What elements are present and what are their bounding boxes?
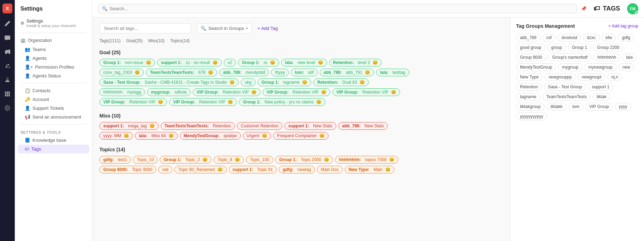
tag-pill[interactable]: Topic_100 (246, 156, 273, 164)
group-tag-pill[interactable]: TeamTestsTeamTests (542, 93, 591, 101)
tag-pill[interactable]: Topic_8 😊 (214, 156, 244, 164)
group-tag-pill[interactable]: tiktak (593, 93, 610, 101)
group-tag-pill[interactable]: VIP Group (585, 103, 613, 110)
sidebar-settings-item[interactable]: ⚙ Settings Install & setup your channels (15, 16, 92, 30)
group-tag-pill[interactable]: support 1 (588, 83, 613, 91)
tag-pill[interactable]: VIP Group: Retention VIP 😊 (332, 88, 400, 96)
tag-pill[interactable]: VIP Group: Retention VIP 😊 (263, 88, 330, 96)
sidebar-item-tags[interactable]: 🏷 Tags (18, 145, 89, 153)
group-tag-pill[interactable]: tom (569, 103, 583, 110)
tag-pill[interactable]: Group 1: non-issue 😊 (99, 59, 155, 66)
tag-pill[interactable]: lala: Miss 84 😊 (135, 132, 178, 140)
group-tag-pill[interactable]: efw (602, 34, 616, 42)
pencil-icon[interactable] (4, 20, 11, 27)
person-icon[interactable] (4, 76, 11, 84)
group-tag-pill[interactable]: yyyy (615, 103, 631, 110)
tag-pill[interactable]: New Type: Main 😊 (345, 166, 394, 173)
tag-pill[interactable]: v2 (224, 59, 236, 66)
group-tag-pill[interactable]: hhhhhhhh (594, 53, 620, 61)
add-tag-button[interactable]: + Add Tag (257, 26, 278, 31)
tag-pill[interactable]: Group 8000: Topic 9000 (99, 166, 156, 173)
group-tag-pill[interactable]: dzxc (583, 34, 600, 42)
users-icon[interactable] (4, 62, 11, 70)
tag-pill[interactable]: Topic 80_Renamed 😊 (174, 166, 227, 173)
tag-pill[interactable]: VIP Group: Retention VIP 😊 (169, 98, 237, 106)
tag-pill[interactable]: Group 1: Topic_2 😊 (160, 156, 211, 164)
tag-pill[interactable]: MendyTestGroup: qwdqw (180, 132, 240, 140)
group-tag-pill[interactable]: newgroupt (578, 73, 605, 81)
sidebar-item-agents[interactable]: 👤 Agents (15, 54, 92, 63)
tag-pill[interactable]: lala: testtag (376, 69, 409, 76)
tag-pill[interactable]: Urgent 😊 (243, 132, 271, 140)
grid-icon[interactable] (4, 90, 11, 98)
group-tag-pill[interactable]: Retention (516, 83, 542, 91)
tag-pill[interactable]: Main Doc (317, 166, 343, 173)
group-tag-pill[interactable]: tiktakk (547, 103, 566, 110)
group-tag-pill[interactable]: yyyyyyyyyyy (516, 113, 547, 120)
sidebar-item-contacts[interactable]: 📋 Contacts (15, 86, 92, 95)
sidebar-item-announcement[interactable]: 📢 Send an announcement (15, 113, 92, 121)
tag-pill[interactable]: mygroup: sdfsds (147, 88, 190, 96)
tag-pill[interactable]: TeamTestsTeamTests: 678 😊 (146, 69, 217, 76)
group-search-dropdown[interactable]: 🔍 Search in Groups ▾ (197, 23, 252, 33)
sidebar-item-knowledge-base[interactable]: 📘 Knowledge base (15, 136, 92, 145)
tag-pill[interactable]: support 1: zz - no result 😊 (157, 59, 222, 66)
group-tag-pill[interactable]: Group 2200 (593, 44, 623, 51)
group-tag-pill[interactable]: dvsdvsd (558, 34, 581, 42)
group-tag-pill[interactable]: tiktakgroup (516, 103, 545, 110)
tag-pill[interactable]: Group 1: Topic 2000 😊 (275, 156, 333, 164)
tag-pill[interactable]: tttyyy (271, 69, 289, 76)
tag-pill[interactable]: Retention: level 2 😊 (329, 59, 382, 66)
avatar[interactable]: FM (627, 3, 638, 14)
group-tag-pill[interactable]: tagname (516, 93, 540, 101)
tag-pill[interactable]: Group 1: New policy - yrs no claims 😊 (239, 98, 325, 106)
tab-filter-tags[interactable]: Tags(1111) (99, 38, 121, 44)
tag-pill[interactable]: Retention: Goal 83 😊 (313, 78, 369, 86)
group-tag-pill[interactable]: Sasa - Test Group (544, 83, 586, 91)
group-tag-pill[interactable]: lala (622, 53, 637, 61)
tag-pill[interactable]: Group 1: re 😊 (238, 59, 279, 66)
tag-pill[interactable]: Sasa - Test Group: Sasha - CMB-41631 - C… (99, 78, 239, 86)
group-tag-pill[interactable]: mygroup (558, 63, 582, 71)
pin-icon[interactable]: 📌 (581, 6, 587, 11)
search-all-tags-input[interactable] (99, 23, 191, 33)
app-logo[interactable]: X (2, 4, 12, 13)
tab-filter-miss[interactable]: Miss(10) (148, 38, 165, 44)
group-tag-pill[interactable]: good group (516, 44, 545, 51)
tag-pill[interactable]: lala: new level 😊 (281, 59, 327, 66)
tag-pill[interactable]: Topic_10 (133, 156, 158, 164)
tag-pill[interactable]: support 1: New Stats (284, 122, 336, 130)
sidebar-item-support-tickets[interactable]: 👤 Support Tickets (15, 104, 92, 113)
tag-pill[interactable]: support 1: mega_tag 😊 (99, 122, 159, 130)
tab-filter-goal[interactable]: Goal(25) (126, 38, 143, 44)
group-tag-pill[interactable]: Group's namesfsdf (548, 53, 591, 61)
tag-pill[interactable]: TeamTestsTeamTests: Retention (161, 122, 235, 130)
tab-filter-topics[interactable]: Topics(14) (170, 38, 190, 44)
tag-pill[interactable]: gdfg: newtag (279, 166, 315, 173)
sidebar-item-account[interactable]: 🔑 Account (15, 95, 92, 104)
tag-pill[interactable]: gdfg: test1 (99, 156, 131, 164)
sidebar-item-agents-status[interactable]: 👤 Agents Status (15, 71, 92, 80)
tag-pill[interactable]: Frequent Complainer 😊 (273, 132, 329, 140)
tag-pill[interactable]: abb_789: mendyddd (219, 69, 269, 76)
tag-pill[interactable]: yyyy: MM 😊 (99, 132, 133, 140)
tag-pill[interactable]: abb_789: abb_791 😊 (320, 69, 374, 76)
tag-pill[interactable]: Group 1: tagname 😊 (258, 78, 311, 86)
group-tag-pill[interactable]: New Type (516, 73, 542, 81)
group-tag-pill[interactable]: abb_789 (516, 34, 540, 42)
group-tag-pill[interactable]: nj,n (607, 73, 622, 81)
sidebar-item-teams[interactable]: 👥 Teams (15, 45, 92, 54)
tag-pill[interactable]: tom: sdf (291, 69, 317, 76)
group-tag-pill[interactable]: Group 8000 (516, 53, 546, 61)
tag-pill[interactable]: VIP Group: Retention VIP 😊 (99, 98, 167, 106)
tag-pill[interactable]: hhhhhhhh: mytagg (99, 88, 145, 96)
group-tag-pill[interactable]: new (619, 63, 634, 71)
group-tag-pill[interactable]: newgrouppp (545, 73, 576, 81)
tag-pill[interactable]: hhhhhhhh: topics 7000 😊 (335, 156, 399, 164)
tag-pill[interactable]: red (158, 166, 172, 173)
sidebar-organization[interactable]: 🏢 Organization (15, 36, 92, 45)
group-tag-pill[interactable]: Group 1 (568, 44, 591, 51)
group-tag-pill[interactable]: csf (542, 34, 556, 42)
add-tag-group-button[interactable]: + Add tag group (608, 24, 638, 28)
tag-pill[interactable]: ukg (241, 78, 255, 86)
